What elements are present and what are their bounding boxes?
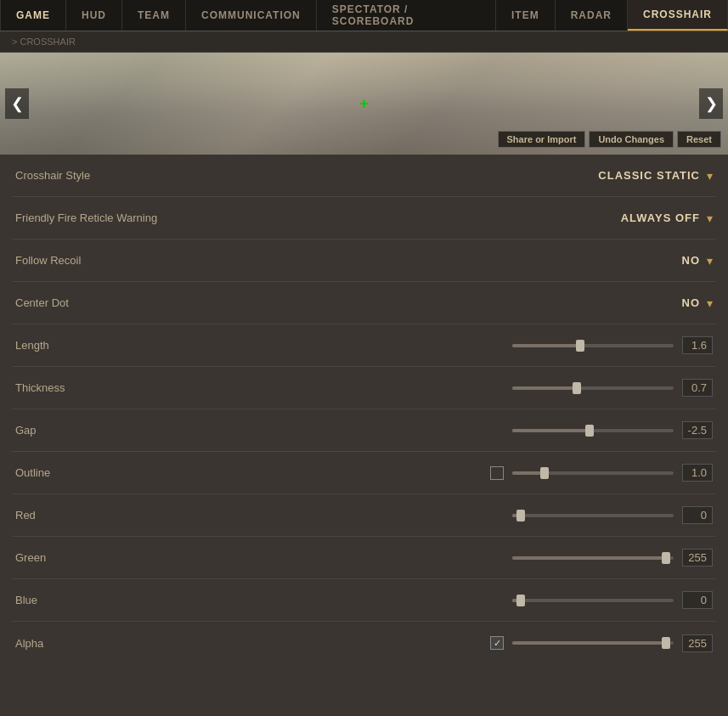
setting-row: Blue0 [12, 579, 716, 622]
setting-label: Center Dot [15, 296, 185, 309]
nav-team[interactable]: TEAM [122, 0, 186, 31]
chevron-down-icon: ▾ [707, 211, 713, 225]
slider-value: -2.5 [682, 421, 713, 439]
setting-control: -2.5 [185, 421, 713, 439]
setting-control: 1.0 [185, 464, 713, 482]
dropdown[interactable]: NO▾ [682, 296, 714, 310]
setting-control: 1.6 [185, 336, 713, 354]
slider-thumb[interactable] [662, 637, 670, 649]
slider-thumb[interactable] [662, 552, 670, 564]
setting-control: 255 [185, 634, 713, 652]
slider-wrapper: 255 [185, 549, 713, 567]
slider-track[interactable] [512, 556, 674, 560]
dropdown-value: NO [682, 296, 701, 309]
slider-fill [512, 386, 577, 390]
slider-wrapper: 1.0 [185, 464, 713, 482]
slider-track[interactable] [512, 471, 674, 475]
setting-row: Crosshair StyleCLASSIC STATIC▾ [12, 155, 716, 197]
slider-track[interactable] [512, 344, 674, 347]
slider-value: 1.0 [682, 464, 713, 482]
nav-crosshair[interactable]: CROSSHAIR [628, 0, 728, 31]
nav-item[interactable]: ITEM [496, 0, 556, 31]
preview-next-button[interactable]: ❯ [699, 88, 723, 119]
setting-label: Gap [15, 424, 185, 437]
undo-changes-button[interactable]: Undo Changes [589, 131, 674, 148]
setting-row: Friendly Fire Reticle WarningALWAYS OFF▾ [12, 197, 716, 240]
slider-thumb[interactable] [516, 510, 525, 521]
setting-control: NO▾ [185, 296, 713, 310]
slider-fill [512, 556, 666, 560]
dropdown-value: ALWAYS OFF [621, 211, 700, 224]
setting-control: 0.7 [185, 379, 713, 397]
dropdown[interactable]: ALWAYS OFF▾ [621, 211, 713, 225]
top-nav: GAME HUD TEAM COMMUNICATION SPECTATOR / … [0, 0, 728, 31]
slider-fill [512, 344, 580, 347]
breadcrumb: > CROSSHAIR [0, 31, 728, 53]
setting-control: 0 [185, 591, 713, 609]
slider-thumb[interactable] [540, 467, 549, 479]
setting-control: NO▾ [185, 254, 713, 268]
setting-label: Follow Recoil [15, 254, 185, 267]
slider-wrapper: 0 [185, 591, 713, 609]
slider-track[interactable] [512, 514, 674, 517]
slider-value: 0.7 [682, 379, 713, 397]
nav-spectator[interactable]: SPECTATOR / SCOREBOARD [317, 0, 496, 31]
slider-wrapper: 255 [185, 634, 713, 652]
setting-control: ALWAYS OFF▾ [185, 211, 713, 225]
setting-row: Alpha255 [12, 622, 716, 664]
reset-button[interactable]: Reset [677, 131, 721, 148]
setting-control: 255 [185, 549, 713, 567]
slider-wrapper: 0 [185, 506, 713, 524]
share-import-button[interactable]: Share or Import [498, 131, 586, 148]
dropdown[interactable]: NO▾ [682, 254, 714, 268]
setting-label: Green [15, 551, 185, 564]
setting-label: Blue [15, 594, 185, 606]
checkbox[interactable] [490, 636, 504, 650]
slider-thumb[interactable] [576, 340, 584, 352]
slider-thumb[interactable] [585, 425, 594, 437]
dropdown-value: NO [682, 254, 701, 267]
nav-communication[interactable]: COMMUNICATION [186, 0, 317, 31]
slider-track[interactable] [512, 429, 674, 432]
setting-row: Green255 [12, 537, 716, 579]
chevron-down-icon: ▾ [707, 254, 713, 268]
dropdown[interactable]: CLASSIC STATIC▾ [598, 169, 713, 183]
setting-row: Outline1.0 [12, 452, 716, 494]
nav-hud[interactable]: HUD [66, 0, 122, 31]
slider-track[interactable] [512, 599, 674, 602]
slider-wrapper: 0.7 [185, 379, 713, 397]
slider-track[interactable] [512, 386, 674, 390]
slider-value: 255 [682, 634, 713, 652]
chevron-down-icon: ▾ [707, 296, 713, 310]
setting-label: Thickness [15, 381, 185, 394]
setting-row: Length1.6 [12, 324, 716, 367]
setting-row: Red0 [12, 494, 716, 537]
preview-actions: Share or Import Undo Changes Reset [498, 131, 722, 148]
slider-value: 1.6 [682, 336, 713, 354]
setting-control: CLASSIC STATIC▾ [185, 169, 713, 183]
slider-value: 255 [682, 549, 713, 567]
slider-wrapper: 1.6 [185, 336, 713, 354]
checkbox[interactable] [490, 466, 504, 480]
setting-label: Friendly Fire Reticle Warning [15, 211, 185, 224]
slider-thumb[interactable] [573, 382, 581, 394]
slider-fill [512, 429, 590, 432]
dropdown-value: CLASSIC STATIC [598, 169, 700, 182]
setting-control: 0 [185, 506, 713, 524]
preview-prev-button[interactable]: ❮ [5, 88, 29, 119]
settings-area: Crosshair StyleCLASSIC STATIC▾Friendly F… [0, 155, 728, 664]
slider-track[interactable] [512, 641, 674, 645]
setting-row: Gap-2.5 [12, 409, 716, 452]
setting-row: Center DotNO▾ [12, 282, 716, 324]
nav-game[interactable]: GAME [0, 0, 66, 31]
setting-label: Length [15, 339, 185, 352]
slider-value: 0 [682, 506, 713, 524]
setting-label: Outline [15, 466, 185, 479]
setting-row: Follow RecoilNO▾ [12, 240, 716, 282]
slider-wrapper: -2.5 [185, 421, 713, 439]
setting-label: Red [15, 509, 185, 521]
slider-fill [512, 641, 666, 645]
nav-radar[interactable]: RADAR [556, 0, 628, 31]
setting-label: Crosshair Style [15, 169, 185, 182]
slider-thumb[interactable] [516, 595, 525, 606]
